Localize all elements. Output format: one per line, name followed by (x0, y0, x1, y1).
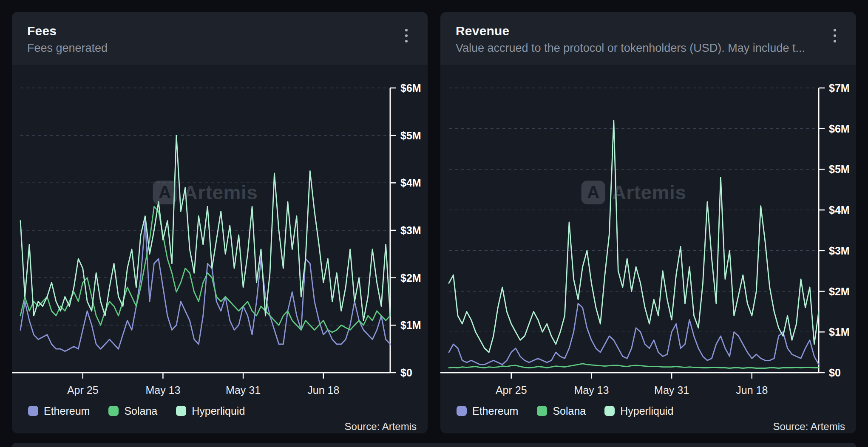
y-tick-label: $4M (400, 177, 421, 189)
x-tick-label: May 13 (145, 384, 180, 396)
legend-label: Hyperliquid (192, 405, 245, 417)
y-tick-label: $1M (829, 326, 850, 338)
x-tick-label: Jun 18 (307, 384, 339, 396)
page-title: Fees (27, 24, 412, 38)
x-tick-label: Apr 25 (67, 384, 99, 396)
series-line-hyperliquid (449, 120, 819, 352)
card-subtitle: Fees generated (27, 42, 412, 55)
legend-item-ethereum[interactable]: Ethereum (457, 405, 518, 417)
fees-card: Fees Fees generated $0$1M$2M$3M$4M$5M$6M… (12, 12, 428, 433)
hyperliquid-swatch-icon (176, 406, 186, 416)
legend-label: Hyperliquid (620, 405, 673, 417)
y-tick-label: $0 (829, 367, 841, 379)
kebab-menu-icon[interactable] (827, 26, 842, 45)
x-tick-label: May 31 (654, 384, 689, 396)
x-tick-label: Apr 25 (496, 384, 527, 396)
series-line-solana (449, 364, 819, 368)
solana-swatch-icon (108, 406, 119, 416)
source-attribution: Source: Artemis (12, 421, 417, 433)
y-tick-label: $5M (829, 163, 850, 175)
x-tick-label: Jun 18 (736, 384, 768, 396)
legend-item-ethereum[interactable]: Ethereum (28, 405, 90, 417)
solana-swatch-icon (537, 406, 547, 416)
card-subtitle: Value accrued to the protocol or tokenho… (456, 42, 841, 55)
next-row-card-edge (12, 443, 856, 447)
fees-chart[interactable]: $0$1M$2M$3M$4M$5M$6MApr 25May 13May 31Ju… (12, 65, 428, 401)
y-tick-label: $7M (829, 82, 850, 94)
chart-legend: Ethereum Solana Hyperliquid (28, 405, 428, 417)
chart-legend: Ethereum Solana Hyperliquid (457, 405, 856, 417)
hyperliquid-swatch-icon (604, 406, 615, 416)
y-tick-label: $2M (400, 272, 421, 283)
page-title: Revenue (456, 24, 841, 38)
revenue-card: Revenue Value accrued to the protocol or… (440, 12, 856, 433)
ethereum-swatch-icon (457, 406, 467, 416)
dashboard-row: Fees Fees generated $0$1M$2M$3M$4M$5M$6M… (0, 0, 868, 445)
kebab-menu-icon[interactable] (399, 26, 414, 45)
x-tick-label: May 31 (226, 384, 261, 396)
legend-label: Ethereum (44, 405, 90, 417)
y-tick-label: $2M (829, 285, 850, 297)
y-tick-label: $5M (400, 129, 421, 141)
legend-item-solana[interactable]: Solana (108, 405, 157, 417)
legend-item-hyperliquid[interactable]: Hyperliquid (176, 405, 245, 417)
y-tick-label: $3M (400, 224, 421, 236)
legend-label: Solana (124, 405, 157, 417)
y-tick-label: $4M (829, 204, 850, 216)
chart-area: $0$1M$2M$3M$4M$5M$6M$7MApr 25May 13May 3… (440, 65, 856, 433)
y-tick-label: $3M (829, 245, 850, 257)
card-header: Fees Fees generated (12, 12, 428, 65)
y-tick-label: $1M (400, 319, 421, 331)
y-tick-label: $0 (400, 367, 412, 379)
card-header: Revenue Value accrued to the protocol or… (440, 12, 856, 65)
chart-area: $0$1M$2M$3M$4M$5M$6MApr 25May 13May 31Ju… (12, 65, 428, 433)
legend-label: Ethereum (472, 405, 518, 417)
revenue-chart[interactable]: $0$1M$2M$3M$4M$5M$6M$7MApr 25May 13May 3… (440, 65, 856, 401)
y-tick-label: $6M (400, 82, 421, 94)
x-tick-label: May 13 (574, 384, 609, 396)
legend-label: Solana (553, 405, 586, 417)
y-tick-label: $6M (829, 122, 850, 134)
source-attribution: Source: Artemis (440, 421, 845, 433)
ethereum-swatch-icon (28, 406, 38, 416)
legend-item-solana[interactable]: Solana (537, 405, 586, 417)
series-line-ethereum (449, 303, 819, 365)
legend-item-hyperliquid[interactable]: Hyperliquid (604, 405, 673, 417)
